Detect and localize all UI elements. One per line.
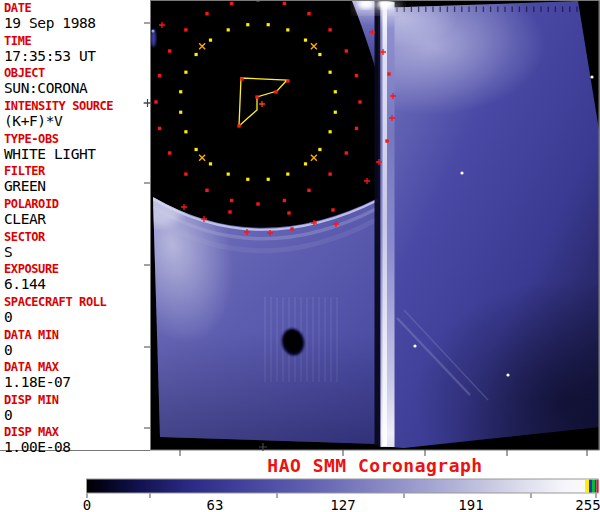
colorbar-stripe [597,480,599,493]
colorbar-gradient [87,479,599,493]
outer-calibration-ring-dot [283,2,286,5]
outer-calibration-ring-dot [184,172,187,175]
field-label: DATA MAX [4,361,71,374]
metadata-field-object: OBJECTSUN:CORONA [4,67,87,96]
inner-calibration-ring-dot [329,71,332,74]
fiducial-square [228,210,231,213]
colorbar-label: 191 [458,497,483,512]
field-value: (K+F)*V [4,114,113,129]
outer-calibration-ring-dot [205,12,208,15]
field-label: EXPOSURE [4,263,59,276]
inner-calibration-ring-dot [334,111,337,114]
inner-calibration-ring-dot [267,178,270,181]
inner-calibration-ring-dot [184,130,187,133]
outer-calibration-ring-dot [283,199,286,202]
metadata-field-date: DATE19 Sep 1988 [4,2,96,31]
field-label: TYPE-OBS [4,133,96,146]
metadata-field-polaroid: POLAROIDCLEAR [4,198,59,227]
colorbar-label: 0 [83,497,91,512]
outer-calibration-ring-dot [154,100,157,103]
inner-calibration-ring-dot [246,178,249,181]
colorbar: 063127191255 [83,479,600,512]
edge-sliver-dot [152,30,155,33]
outer-calibration-ring-dot [158,127,161,130]
outer-calibration-ring-dot [168,49,171,52]
bright-streak-core [383,2,388,446]
field-value: 6.144 [4,277,59,292]
outer-calibration-ring-dot [168,151,171,154]
colorbar-label: 127 [330,497,355,512]
bright-speck [590,75,593,78]
fiducial-square [287,211,290,214]
outer-calibration-ring-dot [230,199,233,202]
metadata-field-type-obs: TYPE-OBSWHITE LIGHT [4,133,96,162]
outer-calibration-ring-dot [230,2,233,5]
outer-calibration-ring-dot [345,49,348,52]
roi-vertex-dot [237,124,240,127]
field-label: DATA MIN [4,329,59,342]
outer-calibration-ring-dot [328,172,331,175]
inner-calibration-ring-dot [304,162,307,165]
bright-speck [460,171,463,174]
outer-calibration-ring-dot [355,127,358,130]
roi-vertex-dot [240,77,243,80]
metadata-field-disp-max: DISP MAX1.00E-08 [4,426,71,455]
outer-calibration-ring-dot [355,74,358,77]
outer-calibration-ring-dot [345,151,348,154]
field-label: POLAROID [4,198,59,211]
field-value: SUN:CORONA [4,81,87,96]
field-value: CLEAR [4,212,59,227]
metadata-field-sector: SECTORS [4,231,45,260]
inner-calibration-ring-dot [286,28,289,31]
metadata-field-time: TIME17:35:53 UT [4,35,96,64]
field-label: OBJECT [4,67,87,80]
colorbar-stripe [595,480,597,493]
field-value: 0 [4,343,59,358]
coronagraph-image [92,0,600,512]
inner-calibration-ring-dot [334,90,337,93]
field-value: 17:35:53 UT [4,49,96,64]
field-value: 19 Sep 1988 [4,16,96,31]
colorbar-label: 63 [207,497,224,512]
field-label: INTENSITY SOURCE [4,100,113,113]
colorbar-stripe [589,480,592,493]
bright-speck [413,344,416,347]
field-value: WHITE LIGHT [4,147,96,162]
inner-calibration-ring-dot [209,39,212,42]
field-value: 1.18E-07 [4,375,71,390]
inner-calibration-ring-dot [246,23,249,26]
fiducial-square [385,139,388,142]
field-label: FILTER [4,165,46,178]
fiducial-square [331,208,334,211]
fiducial-square [290,227,293,230]
outer-calibration-ring-dot [307,12,310,15]
inner-calibration-ring-dot [267,23,270,26]
inner-calibration-ring-dot [227,28,230,31]
colorbar-labels: 063127191255 [83,497,600,512]
metadata-field-disp-min: DISP MIN0 [4,394,59,423]
colorbar-stripe [585,480,589,493]
field-label: DISP MAX [4,426,71,439]
outer-calibration-ring-dot [256,202,259,205]
metadata-field-data-max: DATA MAX1.18E-07 [4,361,71,390]
colorbar-stripe [592,480,595,493]
pylon-dark-seam [375,1,381,446]
page-title: HAO SMM Coronagraph [150,455,600,475]
metadata-field-exposure: EXPOSURE6.144 [4,263,59,292]
field-value: 0 [4,310,106,325]
inner-calibration-ring-dot [286,173,289,176]
inner-calibration-ring-dot [318,53,321,56]
outer-calibration-ring-dot [328,28,331,31]
field-label: SPACECRAFT ROLL [4,296,106,309]
field-value: 1.00E-08 [4,440,71,455]
outer-calibration-ring-dot [358,100,361,103]
bright-speck [506,373,509,376]
outer-calibration-ring-dot [158,74,161,77]
inner-calibration-ring-dot [209,162,212,165]
inner-calibration-ring-dot [318,148,321,151]
metadata-field-spacecraft-roll: SPACECRAFT ROLL0 [4,296,106,325]
colorbar-label: 255 [575,497,600,512]
metadata-field-intensity-source: INTENSITY SOURCE(K+F)*V [4,100,113,129]
field-value: GREEN [4,179,46,194]
roi-vertex-dot [255,95,258,98]
